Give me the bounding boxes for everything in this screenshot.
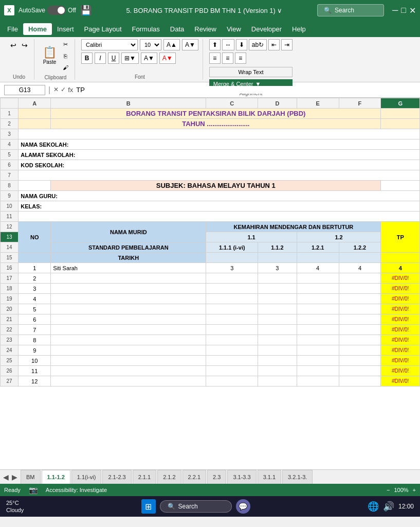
cell-tp-21[interactable]: #DIV/0!: [381, 314, 420, 325]
col-header-c[interactable]: C: [206, 98, 258, 109]
cell-no-21[interactable]: 6: [19, 314, 51, 325]
cell-subject[interactable]: SUBJEK: BAHASA MELAYU TAHUN 1: [51, 181, 381, 191]
indent-increase-button[interactable]: ⇥: [281, 39, 293, 50]
cell-111-17[interactable]: [206, 273, 258, 284]
cell-121-23[interactable]: [297, 335, 339, 345]
row-num-14[interactable]: 14: [1, 242, 19, 253]
row-num-13[interactable]: 13: [1, 232, 19, 242]
cell-111-21[interactable]: [206, 314, 258, 325]
text-direction-button[interactable]: ab↻: [249, 39, 267, 50]
underline-button[interactable]: U: [108, 52, 119, 64]
cell-122-header[interactable]: 1.2.2: [339, 242, 381, 253]
cell-tp-16[interactable]: 4: [381, 263, 420, 273]
cell-111-16[interactable]: 3: [206, 263, 258, 273]
align-bottom-button[interactable]: ⬇: [236, 39, 247, 50]
row-num-23[interactable]: 23: [1, 335, 19, 345]
cell-no-header[interactable]: NO: [19, 222, 51, 253]
cell-tp-22[interactable]: #DIV/0!: [381, 325, 420, 335]
col-header-e[interactable]: E: [297, 98, 339, 109]
row-num-25[interactable]: 25: [1, 356, 19, 366]
cell-no-24[interactable]: 9: [19, 345, 51, 356]
formula-input[interactable]: [76, 86, 416, 94]
cell-tp-19[interactable]: #DIV/0!: [381, 294, 420, 304]
paste-button[interactable]: 📋 Paste: [41, 45, 59, 67]
cell-a2[interactable]: [19, 119, 51, 129]
row-num-7[interactable]: 7: [1, 170, 19, 181]
menu-help[interactable]: Help: [287, 23, 311, 35]
cancel-formula-icon[interactable]: ✕: [53, 86, 59, 94]
save-icon[interactable]: 💾: [80, 5, 92, 16]
cell-nama-header[interactable]: NAMA MURID: [51, 222, 206, 242]
cell-no-16[interactable]: 1: [19, 263, 51, 273]
align-middle-button[interactable]: ↔: [222, 39, 234, 50]
row-num-4[interactable]: 4: [1, 139, 19, 150]
cell-no-25[interactable]: 10: [19, 356, 51, 366]
cell-122-22[interactable]: [339, 325, 381, 335]
cell-std-header[interactable]: STANDARD PEMBELAJARAN: [51, 242, 206, 253]
accessibility-status[interactable]: Accessibility: Investigate: [46, 487, 107, 493]
cell-name-20[interactable]: [51, 304, 206, 314]
cell-kemahiran-header[interactable]: KEMAHIRAN MENDENGAR DAN BERTUTUR: [206, 222, 381, 232]
cell-111-19[interactable]: [206, 294, 258, 304]
font-color-button[interactable]: A▼: [159, 52, 176, 64]
cell-row10-label[interactable]: KELAS:: [19, 201, 420, 212]
volume-icon[interactable]: 🔊: [383, 501, 394, 512]
cell-112-22[interactable]: [258, 325, 297, 335]
sheet-tab-11ivi[interactable]: 1.1(i-vi): [71, 470, 102, 484]
cell-no-17[interactable]: 2: [19, 273, 51, 284]
cell-tarikh-111[interactable]: [206, 253, 258, 263]
cell-row4-label[interactable]: NAMA SEKOLAH:: [19, 139, 420, 150]
cut-button[interactable]: ✂: [61, 39, 70, 50]
cell-name-24[interactable]: [51, 345, 206, 356]
cell-no-27[interactable]: 12: [19, 376, 51, 387]
cell-112-26[interactable]: [258, 366, 297, 376]
row-num-8[interactable]: 8: [1, 181, 19, 191]
align-right-button[interactable]: ≡: [235, 52, 246, 64]
row-num-20[interactable]: 20: [1, 304, 19, 314]
cell-112-19[interactable]: [258, 294, 297, 304]
cell-121-27[interactable]: [297, 376, 339, 387]
cell-tarikh-tp[interactable]: [381, 253, 420, 263]
cell-row9-label[interactable]: NAMA GURU:: [19, 191, 420, 201]
menu-page-layout[interactable]: Page Layout: [79, 23, 127, 35]
font-face-select[interactable]: Calibri: [81, 39, 138, 50]
cell-111-20[interactable]: [206, 304, 258, 314]
undo-button[interactable]: ↩: [8, 39, 19, 51]
cell-row7[interactable]: [19, 170, 420, 181]
cell-121-16[interactable]: 4: [297, 263, 339, 273]
cell-111-27[interactable]: [206, 376, 258, 387]
cell-122-16[interactable]: 4: [339, 263, 381, 273]
cell-122-19[interactable]: [339, 294, 381, 304]
sheet-tab-11-12[interactable]: 1.1-1.2: [42, 470, 70, 484]
cell-111-26[interactable]: [206, 366, 258, 376]
redo-button[interactable]: ↪: [20, 39, 30, 51]
cell-no-18[interactable]: 3: [19, 284, 51, 294]
tab-nav-left[interactable]: ◀: [2, 473, 10, 481]
cell-tarikh[interactable]: TARIKH: [51, 253, 206, 263]
cell-121-26[interactable]: [297, 366, 339, 376]
cell-name-16[interactable]: Siti Sarah: [51, 263, 206, 273]
menu-formulas[interactable]: Formulas: [127, 23, 165, 35]
cell-no-19[interactable]: 4: [19, 294, 51, 304]
cell-tarikh-121[interactable]: [297, 253, 339, 263]
row-num-9[interactable]: 9: [1, 191, 19, 201]
windows-start-button[interactable]: ⊞: [141, 499, 156, 514]
cell-122-17[interactable]: [339, 273, 381, 284]
cell-122-27[interactable]: [339, 376, 381, 387]
cell-g8[interactable]: [381, 181, 420, 191]
menu-file[interactable]: File: [2, 23, 23, 35]
cell-tp-18[interactable]: #DIV/0!: [381, 284, 420, 294]
cell-tp-header[interactable]: TP: [381, 222, 420, 253]
bold-button[interactable]: B: [81, 52, 93, 64]
cell-112-20[interactable]: [258, 304, 297, 314]
row-num-10[interactable]: 10: [1, 201, 19, 212]
italic-button[interactable]: I: [95, 52, 106, 64]
sheet-tab-212[interactable]: 2.1.2: [157, 470, 181, 484]
cell-121-24[interactable]: [297, 345, 339, 356]
cell-122-24[interactable]: [339, 345, 381, 356]
cell-112-21[interactable]: [258, 314, 297, 325]
sheet-tab-21-23[interactable]: 2.1-2.3: [102, 470, 131, 484]
col-header-d[interactable]: D: [258, 98, 297, 109]
row-num-24[interactable]: 24: [1, 345, 19, 356]
cell-row11[interactable]: [19, 212, 420, 222]
